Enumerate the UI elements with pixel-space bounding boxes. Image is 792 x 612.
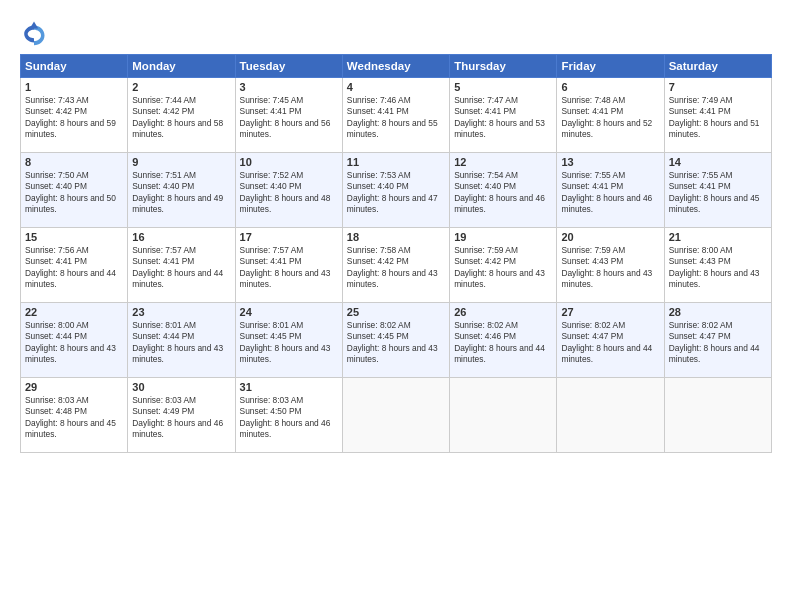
weekday-header: Tuesday — [235, 55, 342, 78]
calendar-cell: 3 Sunrise: 7:45 AMSunset: 4:41 PMDayligh… — [235, 78, 342, 153]
cell-info: Sunrise: 7:51 AMSunset: 4:40 PMDaylight:… — [132, 170, 223, 214]
cell-info: Sunrise: 7:55 AMSunset: 4:41 PMDaylight:… — [669, 170, 760, 214]
cell-info: Sunrise: 8:03 AMSunset: 4:49 PMDaylight:… — [132, 395, 223, 439]
calendar-cell: 9 Sunrise: 7:51 AMSunset: 4:40 PMDayligh… — [128, 153, 235, 228]
calendar-cell — [664, 378, 771, 453]
day-number: 18 — [347, 231, 445, 243]
day-number: 9 — [132, 156, 230, 168]
cell-info: Sunrise: 7:56 AMSunset: 4:41 PMDaylight:… — [25, 245, 116, 289]
cell-info: Sunrise: 7:52 AMSunset: 4:40 PMDaylight:… — [240, 170, 331, 214]
calendar-week: 29 Sunrise: 8:03 AMSunset: 4:48 PMDaylig… — [21, 378, 772, 453]
day-number: 15 — [25, 231, 123, 243]
day-number: 2 — [132, 81, 230, 93]
cell-info: Sunrise: 8:01 AMSunset: 4:45 PMDaylight:… — [240, 320, 331, 364]
day-number: 27 — [561, 306, 659, 318]
cell-info: Sunrise: 8:01 AMSunset: 4:44 PMDaylight:… — [132, 320, 223, 364]
day-number: 26 — [454, 306, 552, 318]
calendar-cell: 1 Sunrise: 7:43 AMSunset: 4:42 PMDayligh… — [21, 78, 128, 153]
calendar-cell: 26 Sunrise: 8:02 AMSunset: 4:46 PMDaylig… — [450, 303, 557, 378]
day-number: 21 — [669, 231, 767, 243]
calendar-cell: 31 Sunrise: 8:03 AMSunset: 4:50 PMDaylig… — [235, 378, 342, 453]
day-number: 11 — [347, 156, 445, 168]
header — [20, 16, 772, 48]
cell-info: Sunrise: 7:58 AMSunset: 4:42 PMDaylight:… — [347, 245, 438, 289]
calendar-cell: 28 Sunrise: 8:02 AMSunset: 4:47 PMDaylig… — [664, 303, 771, 378]
logo — [20, 20, 52, 48]
day-number: 16 — [132, 231, 230, 243]
day-number: 23 — [132, 306, 230, 318]
weekday-header: Sunday — [21, 55, 128, 78]
calendar-cell: 5 Sunrise: 7:47 AMSunset: 4:41 PMDayligh… — [450, 78, 557, 153]
day-number: 8 — [25, 156, 123, 168]
calendar-cell: 18 Sunrise: 7:58 AMSunset: 4:42 PMDaylig… — [342, 228, 449, 303]
day-number: 3 — [240, 81, 338, 93]
calendar-cell: 12 Sunrise: 7:54 AMSunset: 4:40 PMDaylig… — [450, 153, 557, 228]
day-number: 17 — [240, 231, 338, 243]
cell-info: Sunrise: 7:59 AMSunset: 4:43 PMDaylight:… — [561, 245, 652, 289]
cell-info: Sunrise: 8:03 AMSunset: 4:48 PMDaylight:… — [25, 395, 116, 439]
calendar-week: 1 Sunrise: 7:43 AMSunset: 4:42 PMDayligh… — [21, 78, 772, 153]
calendar-cell: 10 Sunrise: 7:52 AMSunset: 4:40 PMDaylig… — [235, 153, 342, 228]
logo-icon — [20, 20, 48, 48]
day-number: 4 — [347, 81, 445, 93]
day-number: 25 — [347, 306, 445, 318]
cell-info: Sunrise: 8:02 AMSunset: 4:45 PMDaylight:… — [347, 320, 438, 364]
cell-info: Sunrise: 7:43 AMSunset: 4:42 PMDaylight:… — [25, 95, 116, 139]
day-number: 29 — [25, 381, 123, 393]
calendar-cell: 30 Sunrise: 8:03 AMSunset: 4:49 PMDaylig… — [128, 378, 235, 453]
calendar-table: SundayMondayTuesdayWednesdayThursdayFrid… — [20, 54, 772, 453]
weekday-header: Monday — [128, 55, 235, 78]
calendar-cell: 6 Sunrise: 7:48 AMSunset: 4:41 PMDayligh… — [557, 78, 664, 153]
weekday-header: Saturday — [664, 55, 771, 78]
cell-info: Sunrise: 7:53 AMSunset: 4:40 PMDaylight:… — [347, 170, 438, 214]
calendar-cell: 16 Sunrise: 7:57 AMSunset: 4:41 PMDaylig… — [128, 228, 235, 303]
weekday-header: Wednesday — [342, 55, 449, 78]
cell-info: Sunrise: 8:02 AMSunset: 4:47 PMDaylight:… — [561, 320, 652, 364]
day-number: 14 — [669, 156, 767, 168]
cell-info: Sunrise: 7:50 AMSunset: 4:40 PMDaylight:… — [25, 170, 116, 214]
calendar-cell — [557, 378, 664, 453]
calendar-cell: 19 Sunrise: 7:59 AMSunset: 4:42 PMDaylig… — [450, 228, 557, 303]
cell-info: Sunrise: 8:02 AMSunset: 4:47 PMDaylight:… — [669, 320, 760, 364]
calendar-header: SundayMondayTuesdayWednesdayThursdayFrid… — [21, 55, 772, 78]
day-number: 5 — [454, 81, 552, 93]
day-number: 22 — [25, 306, 123, 318]
calendar-cell: 24 Sunrise: 8:01 AMSunset: 4:45 PMDaylig… — [235, 303, 342, 378]
weekday-header: Thursday — [450, 55, 557, 78]
cell-info: Sunrise: 8:02 AMSunset: 4:46 PMDaylight:… — [454, 320, 545, 364]
cell-info: Sunrise: 8:03 AMSunset: 4:50 PMDaylight:… — [240, 395, 331, 439]
header-row: SundayMondayTuesdayWednesdayThursdayFrid… — [21, 55, 772, 78]
cell-info: Sunrise: 8:00 AMSunset: 4:43 PMDaylight:… — [669, 245, 760, 289]
day-number: 28 — [669, 306, 767, 318]
calendar-cell: 22 Sunrise: 8:00 AMSunset: 4:44 PMDaylig… — [21, 303, 128, 378]
day-number: 1 — [25, 81, 123, 93]
weekday-header: Friday — [557, 55, 664, 78]
cell-info: Sunrise: 7:45 AMSunset: 4:41 PMDaylight:… — [240, 95, 331, 139]
calendar-cell: 8 Sunrise: 7:50 AMSunset: 4:40 PMDayligh… — [21, 153, 128, 228]
day-number: 30 — [132, 381, 230, 393]
cell-info: Sunrise: 7:47 AMSunset: 4:41 PMDaylight:… — [454, 95, 545, 139]
cell-info: Sunrise: 7:46 AMSunset: 4:41 PMDaylight:… — [347, 95, 438, 139]
calendar-cell: 11 Sunrise: 7:53 AMSunset: 4:40 PMDaylig… — [342, 153, 449, 228]
cell-info: Sunrise: 7:59 AMSunset: 4:42 PMDaylight:… — [454, 245, 545, 289]
cell-info: Sunrise: 7:54 AMSunset: 4:40 PMDaylight:… — [454, 170, 545, 214]
cell-info: Sunrise: 8:00 AMSunset: 4:44 PMDaylight:… — [25, 320, 116, 364]
calendar-cell: 21 Sunrise: 8:00 AMSunset: 4:43 PMDaylig… — [664, 228, 771, 303]
cell-info: Sunrise: 7:55 AMSunset: 4:41 PMDaylight:… — [561, 170, 652, 214]
day-number: 13 — [561, 156, 659, 168]
calendar-cell: 17 Sunrise: 7:57 AMSunset: 4:41 PMDaylig… — [235, 228, 342, 303]
calendar-cell: 13 Sunrise: 7:55 AMSunset: 4:41 PMDaylig… — [557, 153, 664, 228]
cell-info: Sunrise: 7:44 AMSunset: 4:42 PMDaylight:… — [132, 95, 223, 139]
cell-info: Sunrise: 7:48 AMSunset: 4:41 PMDaylight:… — [561, 95, 652, 139]
calendar-cell: 29 Sunrise: 8:03 AMSunset: 4:48 PMDaylig… — [21, 378, 128, 453]
day-number: 24 — [240, 306, 338, 318]
calendar-cell: 15 Sunrise: 7:56 AMSunset: 4:41 PMDaylig… — [21, 228, 128, 303]
calendar-week: 22 Sunrise: 8:00 AMSunset: 4:44 PMDaylig… — [21, 303, 772, 378]
calendar-cell — [342, 378, 449, 453]
day-number: 31 — [240, 381, 338, 393]
calendar-body: 1 Sunrise: 7:43 AMSunset: 4:42 PMDayligh… — [21, 78, 772, 453]
calendar-cell: 14 Sunrise: 7:55 AMSunset: 4:41 PMDaylig… — [664, 153, 771, 228]
calendar-cell: 2 Sunrise: 7:44 AMSunset: 4:42 PMDayligh… — [128, 78, 235, 153]
calendar-cell: 20 Sunrise: 7:59 AMSunset: 4:43 PMDaylig… — [557, 228, 664, 303]
cell-info: Sunrise: 7:57 AMSunset: 4:41 PMDaylight:… — [132, 245, 223, 289]
